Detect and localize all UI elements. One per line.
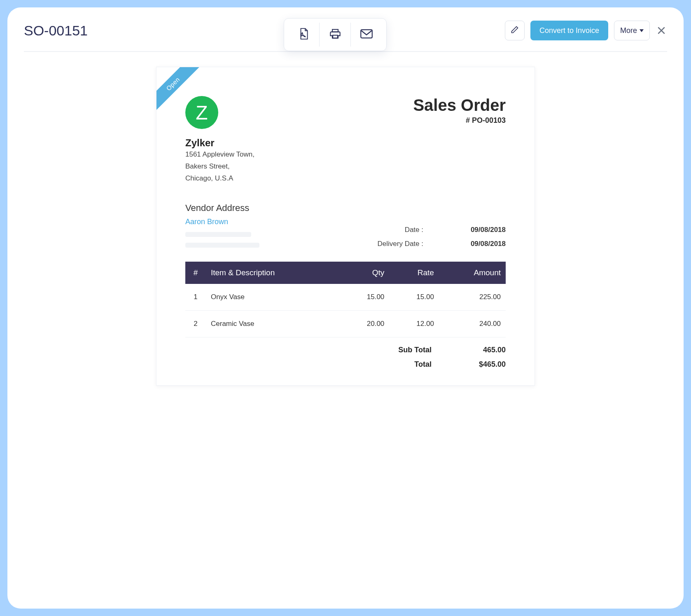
pdf-icon — [299, 28, 309, 42]
attachment-toolbar — [284, 18, 387, 51]
col-amount: Amount — [439, 262, 506, 284]
app-window: SO-00151 Convert to Invoice More — [7, 7, 684, 609]
email-button[interactable] — [351, 23, 382, 47]
company-address-line3: Chicago, U.S.A — [185, 173, 254, 185]
export-pdf-button[interactable] — [288, 23, 320, 47]
totals-block: Sub Total 465.00 Total $465.00 — [185, 346, 506, 369]
document-type-block: Sales Order # PO-00103 — [413, 96, 506, 125]
more-button[interactable]: More — [614, 21, 650, 40]
company-address-line2: Bakers Street, — [185, 161, 254, 173]
chevron-down-icon — [640, 29, 644, 32]
svg-rect-4 — [361, 30, 372, 38]
company-block: Z Zylker 1561 Appleview Town, Bakers Str… — [185, 96, 254, 185]
print-button[interactable] — [320, 23, 351, 47]
convert-to-invoice-button[interactable]: Convert to Invoice — [530, 21, 608, 40]
document-type-label: Sales Order — [413, 96, 506, 115]
delivery-date-value: 09/08/2018 — [448, 237, 506, 251]
subtotal-value: 465.00 — [456, 346, 506, 354]
table-row: 1 Onyx Vase 15.00 15.00 225.00 — [185, 284, 506, 311]
pencil-icon — [511, 26, 519, 35]
col-index: # — [185, 262, 206, 284]
document-preview: Open Z Zylker 1561 Appleview Town, Baker… — [156, 67, 535, 386]
svg-rect-3 — [333, 35, 338, 38]
topbar: SO-00151 Convert to Invoice More — [24, 21, 667, 52]
col-desc: Item & Description — [206, 262, 340, 284]
edit-button[interactable] — [505, 21, 525, 40]
col-rate: Rate — [389, 262, 439, 284]
close-button[interactable] — [656, 25, 667, 36]
table-row: 2 Ceramic Vase 20.00 12.00 240.00 — [185, 310, 506, 337]
company-logo: Z — [185, 96, 218, 129]
delivery-date-label: Delivery Date : — [378, 237, 423, 251]
toolbar-actions: Convert to Invoice More — [505, 21, 667, 40]
company-address-line1: 1561 Appleview Town, — [185, 149, 254, 161]
total-value: $465.00 — [456, 360, 506, 369]
document-number: # PO-00103 — [413, 116, 506, 125]
company-name: Zylker — [185, 137, 254, 149]
date-label: Date : — [405, 223, 423, 237]
total-label: Total — [414, 360, 432, 369]
more-label: More — [620, 26, 637, 35]
sales-order-number: SO-00151 — [24, 23, 88, 39]
date-value: 09/08/2018 — [448, 223, 506, 237]
subtotal-label: Sub Total — [398, 346, 432, 354]
items-table: # Item & Description Qty Rate Amount 1 O… — [185, 262, 506, 337]
printer-icon — [329, 28, 341, 41]
document-header: Z Zylker 1561 Appleview Town, Bakers Str… — [185, 96, 506, 185]
vendor-heading: Vendor Address — [185, 203, 506, 213]
vendor-name-link[interactable]: Aaron Brown — [185, 218, 228, 226]
mail-icon — [360, 29, 373, 40]
meta-block: Date : 09/08/2018 Delivery Date : 09/08/… — [185, 223, 506, 251]
col-qty: Qty — [340, 262, 390, 284]
